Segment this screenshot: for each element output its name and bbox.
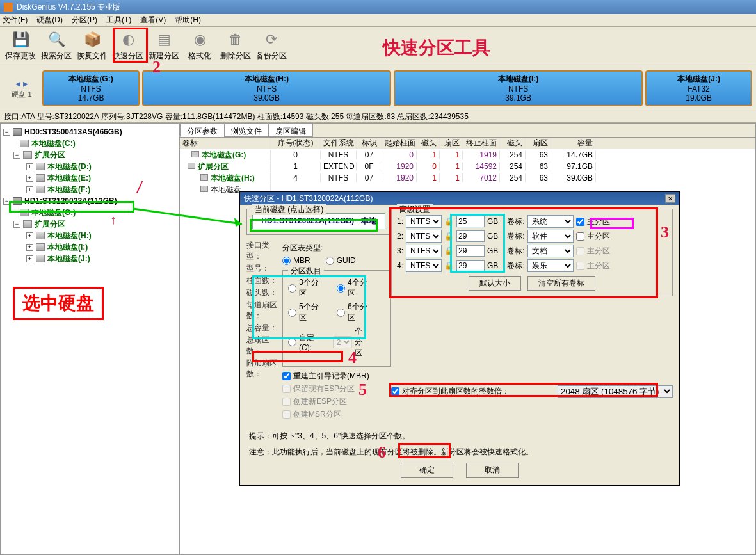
- fs-select[interactable]: NTFS: [406, 230, 442, 243]
- tree-collapse-icon[interactable]: −: [13, 152, 20, 159]
- chk-keep-esp: [282, 385, 291, 393]
- search-partition-button[interactable]: 🔍搜索分区: [38, 30, 74, 61]
- tree-expand-icon[interactable]: +: [26, 232, 33, 239]
- clear-labels-button[interactable]: 清空所有卷标: [527, 276, 595, 291]
- tree-h[interactable]: +本地磁盘(H:): [2, 230, 177, 241]
- label-select[interactable]: 娱乐: [527, 259, 574, 272]
- delete-partition-button[interactable]: 🗑删除分区: [218, 30, 253, 61]
- size-input[interactable]: [456, 216, 485, 227]
- fs-select[interactable]: NTFS: [406, 215, 442, 228]
- label-select[interactable]: 软件: [527, 230, 574, 243]
- chk-primary[interactable]: [576, 218, 584, 226]
- delete-icon: 🗑: [226, 30, 245, 49]
- dialog-title: 快速分区 - HD1:ST3120022A(112GB): [244, 193, 373, 204]
- radio-4part[interactable]: [337, 284, 345, 293]
- backup-icon: ⟳: [262, 30, 281, 49]
- table-row[interactable]: 本地磁盘(G:)0NTFS0701119192546314.7GB: [180, 149, 755, 161]
- adv-partition-row: 4:NTFS🔒GB卷标:娱乐主分区: [397, 259, 667, 272]
- default-size-button[interactable]: 默认大小: [469, 276, 521, 291]
- tree-collapse-icon[interactable]: −: [3, 129, 10, 136]
- disk-block-j[interactable]: 本地磁盘(J:)FAT3219.0GB: [645, 70, 752, 106]
- recover-files-button[interactable]: 📦恢复文件: [74, 30, 110, 61]
- radio-5part[interactable]: [288, 309, 296, 317]
- tree-g[interactable]: 本地磁盘(G:): [2, 207, 177, 218]
- drive-icon: [36, 255, 45, 262]
- window-title: DiskGenius V4.7.2.155 专业版: [17, 2, 120, 13]
- toolbar: 💾保存更改 🔍搜索分区 📦恢复文件 ◐快速分区 ▤新建分区 ◉格式化 🗑删除分区…: [0, 27, 756, 65]
- ok-button[interactable]: 确定: [401, 463, 453, 478]
- menu-view[interactable]: 查看(V): [140, 15, 166, 26]
- backup-partition-button[interactable]: ⟳备份分区: [253, 30, 289, 61]
- chk-align[interactable]: [391, 387, 399, 396]
- table-row[interactable]: 本地磁盘(H:)4NTFS0719201170122546339.0GB: [180, 172, 755, 184]
- fs-select[interactable]: NTFS: [406, 245, 442, 257]
- tree-ext[interactable]: −扩展分区: [2, 149, 177, 161]
- dialog-titlebar: 快速分区 - HD1:ST3120022A(112GB) ✕: [240, 192, 679, 205]
- save-button[interactable]: 💾保存更改: [3, 30, 38, 61]
- size-input[interactable]: [456, 260, 485, 271]
- tree-j[interactable]: +本地磁盘(J:): [2, 253, 177, 264]
- tree-hd1[interactable]: −HD1:ST3120022A(112GB): [2, 195, 177, 207]
- dialog-hint2: 注意：此功能执行后，当前磁盘上的现有分区将被删除。新分区将会被快速格式化。: [249, 447, 670, 458]
- radio-guid[interactable]: [326, 257, 334, 265]
- radio-mbr[interactable]: [282, 257, 291, 265]
- format-button[interactable]: ◉格式化: [182, 30, 218, 61]
- radio-3part[interactable]: [288, 284, 296, 293]
- tree-d[interactable]: +本地磁盘(D:): [2, 161, 177, 172]
- disk-block-i[interactable]: 本地磁盘(I:)NTFS39.1GB: [394, 70, 643, 106]
- chk-primary: [576, 262, 584, 270]
- size-input[interactable]: [456, 230, 485, 242]
- disk-block-g[interactable]: 本地磁盘(G:)NTFS14.7GB: [42, 70, 140, 106]
- tab-browse-files[interactable]: 浏览文件: [224, 124, 269, 137]
- menu-tools[interactable]: 工具(T): [106, 15, 131, 26]
- tree-f[interactable]: +本地磁盘(F:): [2, 184, 177, 195]
- cancel-button[interactable]: 取消: [466, 463, 519, 478]
- menu-partition[interactable]: 分区(P): [72, 15, 97, 26]
- disk-strip: ◂ ▸ 硬盘 1 本地磁盘(G:)NTFS14.7GB 本地磁盘(H:)NTFS…: [0, 65, 756, 111]
- new-partition-button[interactable]: ▤新建分区: [146, 30, 182, 61]
- tree-c[interactable]: 本地磁盘(C:): [2, 138, 177, 149]
- tree-expand-icon[interactable]: +: [26, 244, 33, 251]
- tab-sector-edit[interactable]: 扇区编辑: [268, 124, 313, 137]
- chk-rebuild-mbr[interactable]: [282, 372, 291, 380]
- tree-i[interactable]: +本地磁盘(I:): [2, 241, 177, 253]
- custom-count-select[interactable]: 2: [333, 336, 352, 348]
- tree-collapse-icon[interactable]: −: [13, 221, 20, 228]
- align-select[interactable]: 2048 扇区 (1048576 字节): [558, 385, 673, 398]
- menu-help[interactable]: 帮助(H): [175, 15, 201, 26]
- quick-partition-dialog: 快速分区 - HD1:ST3120022A(112GB) ✕ 当前磁盘 (点击选…: [239, 191, 680, 486]
- label-select[interactable]: 系统: [527, 215, 574, 228]
- radio-custom[interactable]: [288, 338, 296, 346]
- nav-arrows-icon[interactable]: ◂ ▸: [3, 77, 41, 90]
- tree-expand-icon[interactable]: +: [26, 186, 33, 193]
- label-select[interactable]: 文档: [527, 245, 574, 257]
- quick-partition-button[interactable]: ◐快速分区: [110, 30, 146, 61]
- tree-hd0[interactable]: −HD0:ST3500413AS(466GB): [2, 126, 177, 138]
- tree-expand-icon[interactable]: +: [26, 255, 33, 262]
- disk-nav: ◂ ▸ 硬盘 1: [3, 77, 41, 99]
- chk-new-esp: [282, 398, 291, 406]
- adv-partition-row: 1:NTFS🔒GB卷标:系统主分区: [397, 215, 667, 228]
- chk-primary: [576, 247, 584, 255]
- drive-icon: [36, 232, 45, 239]
- size-input[interactable]: [456, 245, 485, 257]
- tree-e[interactable]: +本地磁盘(E:): [2, 172, 177, 184]
- radio-6part[interactable]: [337, 309, 345, 317]
- tree-expand-icon[interactable]: +: [26, 175, 33, 182]
- current-disk-selector[interactable]: HD1:ST3120022A(112GB) - 本地: [252, 213, 385, 229]
- table-row[interactable]: 扩展分区1EXTEND0F192001145922546397.1GB: [180, 161, 755, 172]
- menubar: 文件(F) 硬盘(D) 分区(P) 工具(T) 查看(V) 帮助(H): [0, 14, 756, 27]
- adv-partition-row: 3:NTFS🔒GB卷标:文档主分区: [397, 245, 667, 257]
- disk-block-h[interactable]: 本地磁盘(H:)NTFS39.0GB: [142, 70, 391, 106]
- chk-primary[interactable]: [576, 232, 584, 241]
- tree-ext2[interactable]: −扩展分区: [2, 218, 177, 230]
- menu-file[interactable]: 文件(F): [3, 15, 28, 26]
- app-icon: [4, 3, 13, 12]
- tree-collapse-icon[interactable]: −: [3, 198, 10, 205]
- tree-expand-icon[interactable]: +: [26, 163, 33, 170]
- menu-disk[interactable]: 硬盘(D): [36, 15, 63, 26]
- fs-select[interactable]: NTFS: [406, 259, 442, 272]
- tab-partition-params[interactable]: 分区参数: [180, 124, 225, 137]
- tabs: 分区参数 浏览文件 扇区编辑: [180, 124, 755, 138]
- dialog-close-button[interactable]: ✕: [665, 194, 675, 203]
